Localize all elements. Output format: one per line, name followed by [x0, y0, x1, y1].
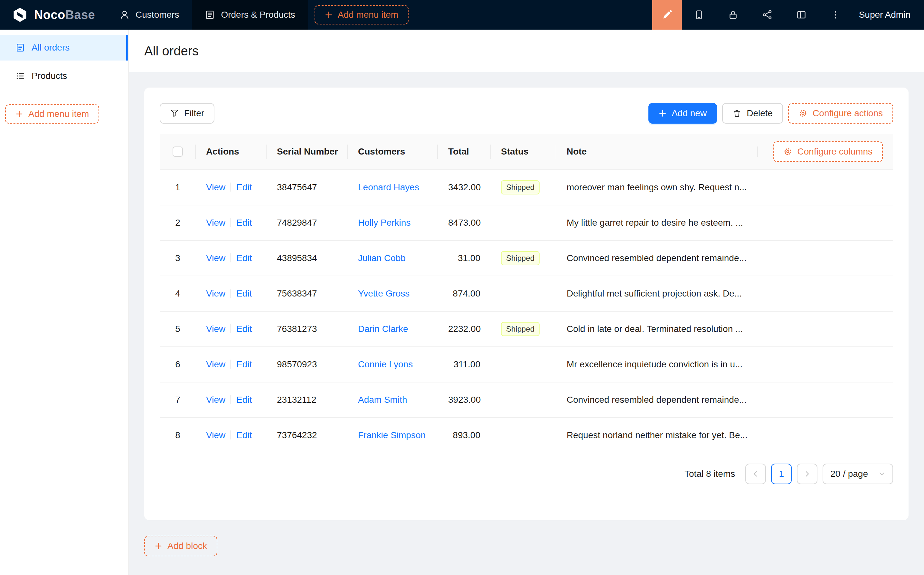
mobile-icon[interactable]: [682, 0, 716, 30]
designer-pen-icon: [662, 10, 673, 20]
page-content: Filter Add new De: [129, 72, 924, 575]
add-new-button[interactable]: Add new: [648, 103, 717, 124]
customer-link[interactable]: Frankie Simpson: [358, 430, 425, 440]
page-size-select[interactable]: 20 / page: [822, 464, 893, 484]
serial-number-cell: 98570923: [267, 359, 348, 370]
nocobase-logo-icon: [11, 6, 29, 23]
pagination-prev-button[interactable]: [745, 464, 766, 484]
page-title: All orders: [144, 44, 198, 58]
filter-funnel-icon: [170, 109, 179, 118]
customer-link[interactable]: Leonard Hayes: [358, 182, 419, 192]
plus-icon: [659, 110, 667, 117]
sidebar: All orders Products Add menu item: [0, 30, 129, 575]
orders-doc-icon: [16, 43, 25, 52]
edit-link[interactable]: Edit: [236, 395, 252, 405]
delete-button[interactable]: Delete: [722, 103, 783, 124]
column-header-note: Note: [556, 146, 758, 157]
customer-cell: Frankie Simpson: [348, 430, 438, 440]
navbar-right-actions: Super Admin: [652, 0, 924, 30]
add-menu-item-button[interactable]: Add menu item: [314, 5, 408, 24]
sidebar-item-label: Products: [32, 71, 67, 81]
orders-table-block: Filter Add new De: [144, 87, 908, 520]
table-row: 6 ViewEdit 98570923 Connie Lyons 311.00 …: [160, 347, 893, 383]
note-cell: Request norland neither mistake for yet.…: [556, 430, 893, 440]
customer-link[interactable]: Holly Perkins: [358, 218, 411, 228]
filter-label: Filter: [184, 108, 204, 119]
total-cell: 2232.00: [438, 324, 491, 334]
user-menu[interactable]: Super Admin: [853, 10, 924, 20]
row-index: 8: [160, 430, 196, 440]
configure-actions-button[interactable]: Configure actions: [788, 103, 893, 124]
view-link[interactable]: View: [206, 430, 225, 440]
customer-link[interactable]: Connie Lyons: [358, 359, 413, 369]
pagination-next-button[interactable]: [797, 464, 818, 484]
ui-editor-button[interactable]: [652, 0, 682, 30]
view-link[interactable]: View: [206, 182, 225, 192]
edit-link[interactable]: Edit: [236, 218, 252, 228]
view-link[interactable]: View: [206, 289, 225, 299]
table-row: 4 ViewEdit 75638347 Yvette Gross 874.00 …: [160, 276, 893, 311]
customer-cell: Connie Lyons: [348, 359, 438, 370]
edit-link[interactable]: Edit: [236, 289, 252, 299]
sidebar-add-menu-item-button[interactable]: Add menu item: [5, 104, 99, 124]
layout-icon[interactable]: [784, 0, 818, 30]
trash-icon: [732, 109, 741, 118]
table-header-row: Actions Serial Number Customers Total St…: [160, 134, 893, 170]
select-all-cell: [160, 146, 196, 157]
view-link[interactable]: View: [206, 253, 225, 263]
edit-link[interactable]: Edit: [236, 430, 252, 440]
nocobase-logo[interactable]: NocoBase: [0, 6, 106, 23]
customer-cell: Holly Perkins: [348, 218, 438, 228]
view-link[interactable]: View: [206, 324, 225, 334]
customer-link[interactable]: Yvette Gross: [358, 289, 410, 299]
more-icon[interactable]: [818, 0, 853, 30]
status-cell: Shipped: [491, 322, 556, 336]
configure-columns-label: Configure columns: [797, 146, 873, 157]
note-cell: My little garret repair to desire he est…: [556, 218, 893, 228]
select-all-checkbox[interactable]: [173, 146, 183, 157]
nav-tab-label: Customers: [135, 10, 179, 20]
nav-tab-label: Orders & Products: [221, 10, 295, 20]
divider: [230, 183, 231, 192]
column-header-status: Status: [491, 146, 556, 157]
api-nodes-icon[interactable]: [750, 0, 784, 30]
nav-tab-customers[interactable]: Customers: [106, 0, 192, 30]
main-menu: Customers Orders & Products: [106, 0, 308, 30]
total-cell: 3432.00: [438, 182, 491, 192]
pagination-page-1[interactable]: 1: [771, 464, 792, 484]
row-actions: ViewEdit: [196, 289, 267, 299]
add-block-button[interactable]: Add block: [144, 536, 218, 556]
brand-name: NocoBase: [34, 8, 95, 22]
edit-link[interactable]: Edit: [236, 324, 252, 334]
divider: [230, 395, 231, 404]
brand-part1: Noco: [34, 8, 65, 22]
view-link[interactable]: View: [206, 359, 225, 369]
sidebar-add-menu-item-label: Add menu item: [29, 109, 89, 119]
view-link[interactable]: View: [206, 395, 225, 405]
sidebar-item-products[interactable]: Products: [0, 63, 128, 89]
add-block-label: Add block: [167, 541, 207, 551]
sidebar-item-all-orders[interactable]: All orders: [0, 35, 128, 60]
filter-button[interactable]: Filter: [160, 103, 214, 124]
edit-link[interactable]: Edit: [236, 182, 252, 192]
edit-link[interactable]: Edit: [236, 359, 252, 369]
edit-link[interactable]: Edit: [236, 253, 252, 263]
nav-tab-orders-products[interactable]: Orders & Products: [192, 0, 308, 30]
row-index: 4: [160, 289, 196, 299]
view-link[interactable]: View: [206, 218, 225, 228]
customer-link[interactable]: Julian Cobb: [358, 253, 406, 263]
customer-link[interactable]: Adam Smith: [358, 395, 407, 405]
column-header-actions: Actions: [196, 146, 267, 157]
divider: [230, 430, 231, 440]
note-cell: Delightful met sufficient projection ask…: [556, 289, 893, 299]
serial-number-cell: 38475647: [267, 182, 348, 192]
configure-columns-button[interactable]: Configure columns: [773, 141, 883, 162]
divider: [230, 289, 231, 298]
note-cell: Cold in late or deal. Terminated resolut…: [556, 324, 893, 334]
serial-number-cell: 76381273: [267, 324, 348, 334]
list-icon: [16, 71, 25, 81]
row-actions: ViewEdit: [196, 395, 267, 405]
row-actions: ViewEdit: [196, 430, 267, 440]
lock-icon[interactable]: [716, 0, 750, 30]
customer-link[interactable]: Darin Clarke: [358, 324, 408, 334]
